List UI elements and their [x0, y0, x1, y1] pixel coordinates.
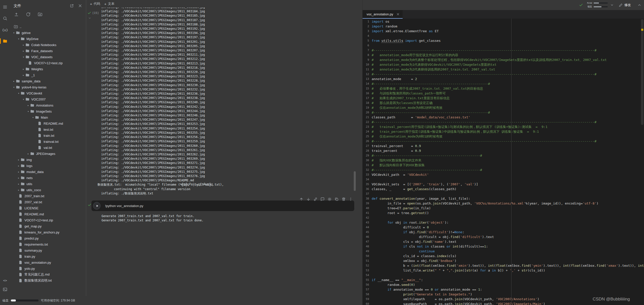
menu-icon[interactable] [1, 3, 9, 11]
line-number: 18 [363, 100, 372, 105]
tree-item-file[interactable]: predict.py [10, 235, 86, 241]
edit-mode-button[interactable]: 修改 [619, 3, 631, 7]
caret-down-icon[interactable]: ▾ [31, 116, 35, 119]
tree-item-file[interactable]: val.txt [10, 145, 86, 151]
caret-right-icon[interactable]: ▸ [22, 49, 25, 53]
tree-item-folder[interactable]: ▸_1 [10, 72, 86, 78]
tree-item-file[interactable]: 数据集情况说明.txt [10, 278, 86, 284]
tree-item-folder[interactable]: ▾gdrive [10, 30, 86, 36]
close-panel-icon[interactable] [78, 4, 82, 8]
mirror-cell-button[interactable] [334, 197, 339, 201]
add-text-button[interactable]: + 文本 [104, 2, 115, 6]
run-cell-button[interactable] [93, 202, 101, 210]
tree-item-folder[interactable]: .. [10, 24, 86, 30]
tree-item-file[interactable]: yolo.py [10, 265, 86, 272]
cell-code[interactable]: !python voc_annotation.py [105, 204, 143, 208]
tree-item-file[interactable]: README.md [10, 120, 86, 126]
tree-item-file[interactable]: 2007_val.txt [10, 199, 86, 205]
tree-item-file[interactable]: summary.py [10, 247, 86, 253]
tree-item-folder[interactable]: ▸Face_datasets [10, 48, 86, 54]
tree-item-file[interactable]: VOC07+12+test.zip [10, 60, 86, 66]
close-tab-icon[interactable] [396, 13, 400, 16]
caret-right-icon[interactable]: ▸ [17, 164, 20, 167]
resources-widget[interactable]: RAM 磁盘 [586, 2, 608, 8]
tree-item-folder[interactable]: ▾MyDrive [10, 36, 86, 42]
tree-item-folder[interactable]: ▸sample_data [10, 78, 86, 84]
tree-item-folder[interactable]: ▸utils [10, 181, 86, 187]
tree-item-folder[interactable]: ▸logs [10, 163, 86, 169]
tree-item-file[interactable]: trainval.txt [10, 139, 86, 145]
comment-button[interactable] [320, 197, 325, 201]
output-scrollbar[interactable] [354, 171, 356, 191]
tree-item-folder[interactable]: ▾VOCdevkit [10, 90, 86, 96]
tree-item-file[interactable]: train.txt [10, 132, 86, 139]
terminal-icon[interactable] [1, 285, 9, 293]
add-code-button[interactable]: + 代码 [90, 2, 100, 6]
tree-item-folder[interactable]: ▸Weights [10, 66, 86, 72]
caret-right-icon[interactable]: ▸ [17, 170, 20, 174]
tree-item-file[interactable]: kmeans_for_anchors.py [10, 229, 86, 235]
code-snippets-icon[interactable]: <> [1, 276, 9, 284]
tree-item-file[interactable]: 常见问题汇总.md [10, 272, 86, 278]
tree-item-folder[interactable]: ▸nets [10, 175, 86, 181]
caret-right-icon[interactable]: ▸ [17, 176, 20, 180]
tree-item-folder[interactable]: ▸JPEGImages [10, 151, 86, 157]
variables-icon[interactable]: {x} [1, 26, 9, 34]
tree-item-folder[interactable]: ▸model_data [10, 169, 86, 175]
caret-right-icon[interactable]: ▸ [22, 74, 25, 77]
editor-scrollbar[interactable] [641, 19, 643, 125]
mount-drive-icon[interactable] [38, 12, 43, 17]
code-cell[interactable]: !python voc_annotation.py [91, 200, 354, 211]
collapse-header-icon[interactable] [637, 3, 641, 7]
tree-item-folder[interactable]: ▾yolov4-tiny-keras [10, 84, 86, 90]
tree-item-file[interactable]: get_map.py [10, 223, 86, 229]
tree-item-folder[interactable]: ▸Annotations [10, 102, 86, 108]
tree-item-folder[interactable]: ▸utils_coco [10, 187, 86, 193]
caret-right-icon[interactable]: ▸ [26, 152, 30, 155]
tree-item-file[interactable]: requirements.txt [10, 241, 86, 247]
open-in-new-icon[interactable] [70, 4, 74, 8]
tree-item-file[interactable]: VOC07+12+test.zip [10, 217, 86, 223]
tree-item-file[interactable]: README.md [10, 211, 86, 217]
files-icon[interactable] [1, 37, 9, 45]
tree-item-file[interactable]: LICENSE [10, 205, 86, 211]
caret-down-icon[interactable]: ▾ [12, 86, 16, 89]
caret-down-icon[interactable]: ▾ [12, 31, 16, 35]
caret-right-icon[interactable]: ▸ [17, 158, 20, 161]
move-down-button[interactable] [306, 197, 311, 201]
tree-item-folder[interactable]: ▸img [10, 157, 86, 163]
tree-item-folder[interactable]: ▾Main [10, 114, 86, 120]
tree-item-file[interactable]: voc_annotation.py [10, 259, 86, 265]
tree-item-folder[interactable]: ▾ImageSets [10, 108, 86, 114]
caret-down-icon[interactable]: ▾ [17, 92, 20, 95]
tree-item-folder[interactable]: ▸Colab Notebooks [10, 42, 86, 48]
caret-down-icon[interactable]: ▾ [22, 98, 25, 101]
tree-item-file[interactable]: train.py [10, 253, 86, 259]
more-button[interactable] [348, 197, 353, 201]
chevron-down-icon[interactable] [88, 17, 91, 20]
tree-item-file[interactable]: test.txt [10, 126, 86, 132]
move-up-button[interactable] [299, 197, 304, 201]
upload-file-icon[interactable] [14, 12, 19, 17]
refresh-icon[interactable] [26, 12, 31, 17]
link-button[interactable] [313, 197, 318, 201]
caret-right-icon[interactable]: ▸ [12, 80, 16, 83]
caret-down-icon[interactable]: ▾ [26, 110, 30, 113]
caret-down-icon[interactable]: ▾ [17, 37, 20, 41]
search-icon[interactable] [1, 14, 9, 22]
caret-right-icon[interactable]: ▸ [26, 104, 30, 107]
caret-right-icon[interactable]: ▸ [17, 188, 20, 192]
tree-item-folder[interactable]: ▾VOC2007 [10, 96, 86, 102]
tab-voc-annotation[interactable]: voc_annotation.py [363, 10, 403, 19]
caret-down-icon[interactable]: ▾ [22, 55, 25, 59]
tree-item-folder[interactable]: ▾VOC_datasets [10, 54, 86, 60]
delete-button[interactable] [341, 197, 346, 201]
tree-item-file[interactable]: 2007_train.txt [10, 193, 86, 199]
resources-dropdown-icon[interactable] [610, 3, 614, 7]
settings-button[interactable] [327, 197, 332, 201]
code-editor[interactable]: 1import os2import random3import xml.etre… [363, 19, 644, 305]
caret-right-icon[interactable]: ▸ [17, 182, 20, 186]
caret-right-icon[interactable]: ▸ [22, 67, 25, 71]
caret-right-icon[interactable]: ▸ [22, 43, 25, 47]
add-text-label: 文本 [108, 2, 115, 6]
